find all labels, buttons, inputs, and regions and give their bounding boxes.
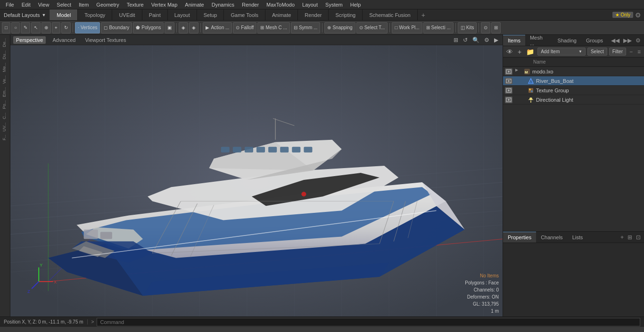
left-tool-de[interactable]: De... (1, 37, 9, 49)
panel-tab-mesh[interactable]: Mesh ... (525, 35, 553, 46)
tool-target[interactable]: ⌖ (52, 22, 60, 33)
menu-animate[interactable]: Animate (181, 1, 207, 8)
layout-settings-icon[interactable]: ⚙ (635, 11, 641, 19)
left-tool-f[interactable]: F... (1, 133, 9, 142)
tab-uvedit[interactable]: UVEdit (112, 9, 142, 20)
menu-maxtomodo[interactable]: MaxToModo (263, 1, 298, 8)
tab-layout[interactable]: Layout (168, 9, 197, 20)
items-extra-icon[interactable]: ≡ (636, 48, 642, 56)
tool-vr1[interactable]: ⊙ (481, 22, 490, 33)
menu-system[interactable]: System (322, 1, 347, 8)
tool-boundary[interactable]: ◻Boundary (101, 22, 132, 33)
panel-tab-shading[interactable]: Shading (553, 35, 581, 46)
items-add-icon[interactable]: + (516, 48, 523, 56)
viewport-reset-icon[interactable]: ↺ (462, 36, 469, 44)
tool-symm[interactable]: ⊟Symm ... (291, 22, 320, 33)
properties-float-icon[interactable]: ⊡ (635, 234, 642, 241)
tab-topology[interactable]: Topology (78, 9, 112, 20)
select-button[interactable]: Select (587, 48, 607, 56)
item-vis-modo[interactable] (505, 68, 512, 75)
tool-crosshair[interactable]: ⊕ (41, 22, 51, 33)
tool-polygons[interactable]: ⬟Polygons (133, 22, 164, 33)
tool-vr2[interactable]: ⊞ (491, 22, 501, 33)
tool-new[interactable]: □ (2, 22, 10, 33)
left-tool-uv[interactable]: UV... (1, 121, 9, 133)
viewport-search-icon[interactable]: 🔍 (471, 36, 481, 44)
tab-schematic-fusion[interactable]: Schematic Fusion (363, 9, 417, 20)
items-folder-icon[interactable]: 📁 (525, 48, 536, 56)
viewport-tab-advanced[interactable]: Advanced (50, 36, 78, 44)
menu-edit[interactable]: Edit (18, 1, 34, 8)
tab-game-tools[interactable]: Game Tools (224, 9, 265, 20)
menu-item[interactable]: Item (75, 1, 92, 8)
tool-circle[interactable]: ○ (11, 22, 20, 33)
viewport-canvas[interactable]: X Y Z No Items Polygons : Face Channels:… (10, 45, 503, 316)
item-vis-boat[interactable] (505, 78, 512, 84)
tab-animate[interactable]: Animate (265, 9, 298, 20)
left-tool-po[interactable]: Po... (1, 99, 9, 111)
tool-rotate[interactable]: ↻ (61, 22, 71, 33)
panel-collapse-icon[interactable]: ◀◀ (610, 37, 621, 44)
menu-layout[interactable]: Layout (298, 1, 322, 8)
left-tool-me[interactable]: Me... (1, 61, 9, 73)
panel-tab-groups[interactable]: Groups (581, 35, 608, 46)
viewport-expand-icon[interactable]: ▶ (493, 36, 500, 44)
tool-mesh[interactable]: ⊞Mesh C ... (257, 22, 290, 33)
left-tool-du[interactable]: Du... (1, 49, 9, 61)
filter-button[interactable]: Filter (609, 48, 626, 56)
tool-cursor[interactable]: ↖ (31, 22, 41, 33)
left-tool-ve[interactable]: Ve... (1, 74, 9, 85)
menu-texture[interactable]: Texture (123, 1, 148, 8)
tool-falloff[interactable]: ⊙Falloff (233, 22, 256, 33)
layout-dropdown[interactable]: Default Layouts ▼ (0, 9, 50, 20)
tool-vertices[interactable]: ·Vertices (75, 22, 100, 33)
tab-scripting[interactable]: Scripting (329, 9, 363, 20)
menu-file[interactable]: File (2, 1, 18, 8)
tool-edges[interactable]: ▣ (165, 22, 174, 33)
star-only-badge[interactable]: ★ Only (612, 12, 633, 18)
item-row-texture-group[interactable]: Texture Group (503, 86, 644, 95)
menu-vertex-map[interactable]: Vertex Map (148, 1, 182, 8)
item-row-light[interactable]: Directional Light (503, 95, 644, 105)
item-row-river-bus-boat[interactable]: River_Bus_Boat (503, 76, 644, 86)
tool-sym2[interactable]: ◈ (189, 22, 198, 33)
viewport[interactable]: Perspective Advanced Viewport Textures ⊞… (10, 35, 503, 316)
tab-setup[interactable]: Setup (197, 9, 224, 20)
tab-render[interactable]: Render (298, 9, 329, 20)
properties-expand-icon[interactable]: ⊞ (626, 234, 634, 241)
tool-pencil[interactable]: ✎ (21, 22, 30, 33)
menu-dynamics[interactable]: Dynamics (208, 1, 238, 8)
left-tool-em[interactable]: Em... (1, 86, 9, 98)
viewport-tab-perspective[interactable]: Perspective (13, 36, 46, 44)
add-layout-tab-button[interactable]: + (418, 9, 429, 20)
panel-tab-lists[interactable]: Lists (568, 232, 588, 243)
panel-tab-channels[interactable]: Channels (536, 232, 567, 243)
properties-plus-icon[interactable]: + (619, 234, 625, 241)
panel-expand-icon[interactable]: ▶▶ (622, 37, 633, 44)
menu-geometry[interactable]: Geometry (92, 1, 123, 8)
item-vis-texture[interactable] (505, 87, 512, 94)
tool-selecti[interactable]: ⊞Selecti ... (423, 22, 454, 33)
add-item-button[interactable]: Add Item ▼ (537, 48, 586, 56)
menu-help[interactable]: Help (347, 1, 365, 8)
tool-select-t[interactable]: ⊙Select T... (356, 22, 388, 33)
tool-snapping[interactable]: ⊕Snapping (324, 22, 355, 33)
left-tool-c[interactable]: C... (1, 111, 9, 121)
menu-render[interactable]: Render (238, 1, 263, 8)
item-row-modo-lxo[interactable]: M modo.lxo (503, 67, 644, 76)
items-minus-icon[interactable]: − (628, 48, 634, 56)
viewport-maximize-icon[interactable]: ⊞ (452, 36, 460, 44)
tab-model[interactable]: Model (50, 9, 78, 20)
tool-kits[interactable]: ◫Kits (458, 22, 477, 33)
viewport-settings-icon[interactable]: ⚙ (483, 36, 491, 44)
tool-action[interactable]: ▶Action ... (203, 22, 232, 33)
command-input[interactable] (97, 318, 640, 326)
viewport-tab-textures[interactable]: Viewport Textures (82, 36, 129, 44)
panel-tab-items[interactable]: Items (503, 35, 525, 46)
tool-work-pl[interactable]: □Work Pl... (392, 22, 422, 33)
items-eye-icon[interactable]: 👁 (505, 48, 514, 56)
item-vis-light[interactable] (505, 97, 512, 103)
panel-settings-icon[interactable]: ⚙ (634, 37, 642, 44)
tab-paint[interactable]: Paint (142, 9, 168, 20)
menu-select[interactable]: Select (53, 1, 75, 8)
